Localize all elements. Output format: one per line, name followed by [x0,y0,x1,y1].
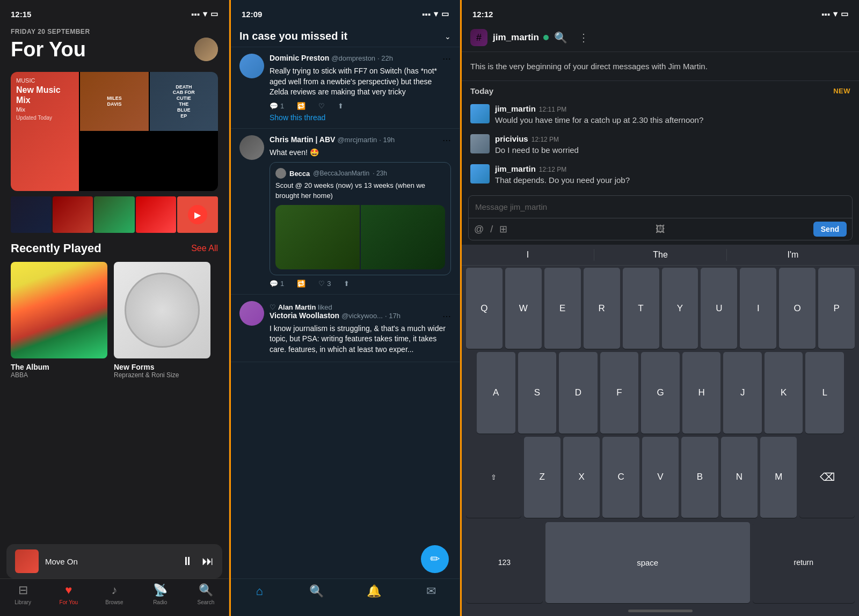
tab-radio[interactable]: 📡 Radio [137,583,183,605]
tweet-2-more-icon[interactable]: ⋯ [442,135,451,145]
tab-search[interactable]: 🔍 Search [183,583,229,605]
key-m[interactable]: M [760,437,797,518]
key-f[interactable]: F [600,352,639,433]
album-artist-roni: Reprazent & Roni Size [114,371,210,379]
delete-key[interactable]: ⌫ [799,437,855,518]
twitter-tab-home[interactable]: ⌂ [231,584,288,598]
album-small-5[interactable]: ▶ [177,196,218,233]
key-b[interactable]: B [681,437,718,518]
key-r[interactable]: R [584,268,620,349]
tweet-1-text: Really trying to stick with FF7 on Switc… [270,66,451,98]
key-w[interactable]: W [505,268,542,349]
key-s[interactable]: S [518,352,557,433]
attachment-icon[interactable]: ⊞ [499,223,507,235]
tab-browse[interactable]: ♪ Browse [91,583,137,605]
key-o[interactable]: O [779,268,816,349]
key-q[interactable]: Q [466,268,503,349]
key-d[interactable]: D [559,352,598,433]
key-h[interactable]: H [682,352,721,433]
search-tab-label: Search [198,599,215,605]
album-small-3[interactable] [94,196,135,233]
tab-library[interactable]: ⊟ Library [0,583,46,605]
tweet-2[interactable]: Chris Martin | ABV @mrcjmartin · 19h ⋯ W… [231,129,460,295]
return-key[interactable]: return [753,522,855,603]
see-all-button[interactable]: See All [191,244,218,253]
key-c[interactable]: C [602,437,639,518]
key-u[interactable]: U [701,268,737,349]
album-card-roni[interactable]: New Forms Reprazent & Roni Size [114,262,210,379]
album-grid-mr[interactable]: DEATHCAB FORCUTIETHEBLUEEP [150,72,218,131]
slack-msg-3-header: jim_martin 12:12 PM [495,164,850,173]
signal-icon: ▪▪▪ [191,10,200,19]
slack-more-icon[interactable]: ⋮ [578,31,589,44]
send-button[interactable]: Send [813,222,847,237]
tweet-1-content: Dominic Preston @dompreston · 22h ⋯ Real… [270,54,451,122]
tweet-1-more-icon[interactable]: ⋯ [442,54,451,64]
key-e[interactable]: E [544,268,581,349]
twitter-tab-messages[interactable]: ✉ [403,584,460,598]
key-a[interactable]: A [477,352,515,433]
album-small-4[interactable] [136,196,177,233]
twitter-battery-icon: ▭ [441,9,449,19]
skip-button[interactable]: ⏭ [202,554,214,568]
tweet-2-retweet[interactable]: 🔁 [297,280,305,288]
key-j[interactable]: J [723,352,762,433]
image-icon[interactable]: 🖼 [656,224,665,235]
pause-button[interactable]: ⏸ [181,554,193,568]
album-small-1[interactable] [11,196,52,233]
album-card-abba[interactable]: The Album ABBA [11,262,107,379]
tweet-1-like[interactable]: ♡ [318,102,325,110]
tweet-2-comment[interactable]: 💬 1 [270,280,284,288]
avatar[interactable] [194,38,218,61]
num-key[interactable]: 123 [466,522,543,603]
autocorrect-2[interactable]: The [594,249,727,261]
tweet-1-comment[interactable]: 💬 1 [270,102,284,110]
new-music-mix-card[interactable]: MUSIC New Music Mix Mix Updated Today [11,72,79,191]
key-g[interactable]: G [641,352,680,433]
autocorrect-1[interactable]: I [462,249,594,261]
album-grid-tr[interactable]: MILESDAVIS [80,72,148,131]
key-y[interactable]: Y [662,268,698,349]
key-l[interactable]: L [805,352,844,433]
tab-for-you[interactable]: ♥ For You [46,583,91,605]
shift-key[interactable]: ⇧ [466,437,521,518]
for-you-label: For You [60,599,78,605]
twitter-search-icon: 🔍 [309,584,324,598]
tweet-1-retweet[interactable]: 🔁 [297,102,305,110]
music-label: MUSIC [16,77,74,84]
tweet-2-share[interactable]: ⬆ [344,280,350,288]
album-small-2[interactable] [53,196,93,233]
twitter-tab-search[interactable]: 🔍 [288,584,346,598]
key-i[interactable]: I [740,268,776,349]
quote-tweet[interactable]: Becca @BeccaJoanMartin · 23h Scout @ 20 … [270,162,451,275]
tweet-2-like[interactable]: ♡ 3 [318,280,331,288]
compose-button[interactable]: ✏ [421,545,449,573]
tweet-3-more-icon[interactable]: ⋯ [442,311,451,321]
key-p[interactable]: P [818,268,855,349]
quote-avatar [275,168,286,179]
slack-avatar-2 [470,134,490,153]
key-v[interactable]: V [642,437,679,518]
avatar-image [194,38,218,61]
tweet-1[interactable]: Dominic Preston @dompreston · 22h ⋯ Real… [231,47,460,129]
key-k[interactable]: K [765,352,803,433]
chevron-down-icon[interactable]: ⌄ [445,32,451,41]
autocorrect-3[interactable]: I'm [727,249,859,261]
tweet-1-share[interactable]: ⬆ [338,102,344,110]
message-input[interactable] [469,196,852,218]
tweet-3[interactable]: ♡ Alan Martin liked Victoria Woollaston … [231,295,460,362]
now-playing-bar[interactable]: Move On ⏸ ⏭ [6,544,222,578]
key-n[interactable]: N [721,437,758,518]
slack-search-icon[interactable]: 🔍 [554,31,567,44]
key-t[interactable]: T [623,268,659,349]
play-button[interactable]: ▶ [188,205,207,224]
slack-msg-1-time: 12:11 PM [539,106,566,113]
show-thread-link[interactable]: Show this thread [270,113,451,122]
tweet-2-header: Chris Martin | ABV @mrcjmartin · 19h ⋯ [270,135,451,145]
at-icon[interactable]: @ [474,224,484,235]
key-z[interactable]: Z [524,437,560,518]
space-key[interactable]: space [545,522,750,603]
key-x[interactable]: X [563,437,600,518]
slash-icon[interactable]: / [490,224,493,235]
twitter-tab-notifications[interactable]: 🔔 [345,584,403,598]
